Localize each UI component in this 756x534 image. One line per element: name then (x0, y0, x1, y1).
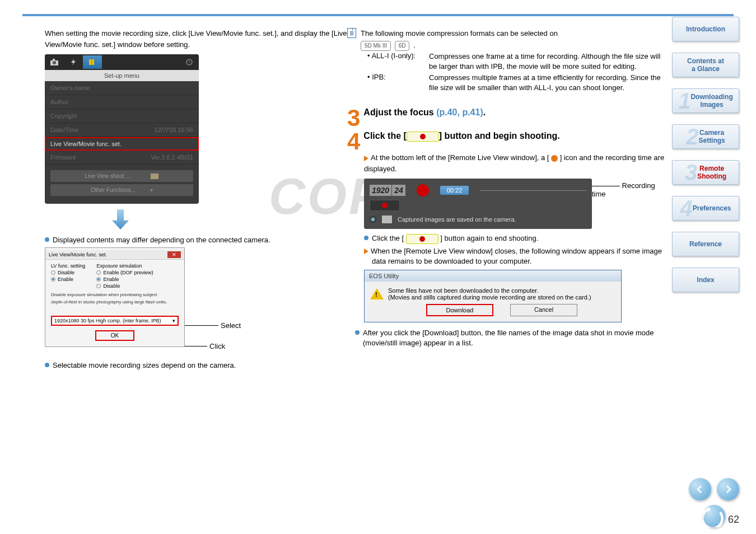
codec-row: • ALL-I (I-only):Compresses one frame at… (367, 51, 666, 72)
top-rule (22, 14, 734, 16)
sidebar-nav: IntroductionContents ata Glance1Download… (672, 17, 742, 303)
sidebar-item[interactable]: 3RemoteShooting (672, 160, 739, 185)
step4-line3: When the [Remote Live View window] close… (364, 246, 666, 266)
sidebar-item[interactable]: 1DownloadingImages (672, 88, 739, 113)
svg-marker-3 (71, 59, 76, 65)
chevron-down-icon: ▾ (172, 318, 175, 324)
enable-dof-radio: Enable (DOF preview) (103, 270, 153, 275)
model-tag-5d: 5D Mk III (361, 41, 391, 51)
back-button[interactable] (703, 505, 725, 527)
movie-icon (151, 174, 158, 179)
menu-row: FirmwareVer.3.8.2.4B(01 (45, 151, 199, 165)
arrow-right-icon (364, 249, 368, 254)
menu-tabs (45, 54, 199, 70)
click-callout: Click (209, 342, 225, 350)
radio-icon (51, 277, 55, 282)
record-dot-icon (551, 155, 558, 162)
dialog-note1: Disable exposure simulation when preview… (51, 292, 179, 297)
sidebar-item[interactable]: 4Preferences (672, 196, 739, 221)
radio-icon (96, 277, 101, 282)
movie-size-select: 1920x1080 30 fps High comp. (inter frame… (51, 316, 179, 326)
dialog-note2: depth-of-field in studio photography usi… (51, 299, 179, 305)
step-4-number: 4 (347, 131, 360, 152)
page-number: 62 (728, 514, 739, 526)
record-dot-icon (417, 184, 429, 196)
sidebar-item[interactable]: Index (672, 268, 739, 292)
radio-icon (96, 270, 101, 275)
after-download-note: After you click the [Download] button, t… (355, 328, 666, 348)
prev-page-button[interactable] (689, 478, 711, 500)
record-button-small (370, 200, 400, 211)
recording-panel: 192024 00:22 Captured images are saved o… (364, 179, 592, 229)
step-3-number: 3 (347, 107, 360, 129)
eos-msg1: Some files have not been downloaded to t… (388, 287, 615, 294)
step4-line1a: At the bottom left of the [Remote Live V… (371, 153, 549, 162)
other-functions-button: Other Functions...▾ (50, 184, 193, 196)
left-column: When setting the movie recording size, c… (45, 28, 347, 373)
next-page-button[interactable] (717, 478, 739, 500)
time-badge: 00:22 (440, 186, 469, 195)
radio-icon (96, 284, 101, 288)
selectable-note: Selectable movie recording sizes depend … (45, 360, 347, 371)
svg-rect-5 (92, 59, 94, 65)
memory-card-icon (382, 216, 392, 223)
arrow-right-icon (364, 156, 368, 161)
codec-row: • IPB:Compresses multiple frames at a ti… (367, 73, 666, 93)
sidebar-item[interactable]: Contents ata Glance (672, 53, 739, 77)
step-4-title: Click the [] button and begin shooting. (363, 131, 559, 140)
sidebar-item[interactable]: Introduction (672, 17, 739, 41)
record-button-icon (406, 234, 438, 244)
tools-tab-icon (83, 55, 102, 69)
step-3-title: Adjust the focus (p.40, p.41). (363, 107, 486, 117)
compression-intro: The following movie compression formats … (361, 29, 558, 38)
disable-radio: Disable (58, 270, 74, 275)
step4-line2: Click the [ ] button again to end shooti… (364, 233, 666, 244)
nav-circles (689, 478, 739, 500)
close-icon: ✕ (167, 251, 181, 258)
live-view-shoot-button: Live View shoot. ... (50, 170, 193, 182)
cancel-button: Cancel (510, 304, 577, 316)
lv-func-label: LV func. setting (51, 263, 85, 269)
exposure-label: Exposure simulation (96, 263, 153, 269)
ok-button: OK (95, 330, 134, 341)
capture-caption: Captured images are saved on the camera. (398, 216, 516, 223)
setup-menu-screenshot: Set-up menu Owner's nameAuthorCopyrightD… (45, 54, 199, 204)
menu-row: Owner's name (45, 81, 199, 95)
menu-row: Date/Time12/7/'09 16:56 (45, 123, 199, 137)
record-button-icon (407, 132, 439, 142)
disable-radio2: Disable (103, 283, 120, 289)
enable-radio: Enable (58, 277, 73, 282)
menu-row: Copyright (45, 109, 199, 123)
warning-icon (370, 288, 384, 299)
resolution-badge: 192024 (370, 186, 405, 195)
arrow-down-icon (112, 209, 129, 229)
sidebar-item[interactable]: 2CameraSettings (672, 124, 739, 149)
radio-icon (370, 216, 376, 223)
enable-radio2: Enable (103, 277, 119, 282)
menu-header: Set-up menu (45, 70, 199, 81)
menu-row: Author (45, 95, 199, 109)
eos-title: EOS Utility (365, 270, 621, 282)
download-button: Download (426, 304, 493, 316)
info-icon: ≣ (347, 28, 356, 38)
svg-point-2 (53, 61, 56, 64)
funcset-dialog-screenshot: Live View/Movie func. set.✕ LV func. set… (45, 247, 185, 347)
page-link[interactable]: (p.40, p.41) (436, 107, 483, 117)
clock-tab-icon (180, 55, 199, 69)
select-callout: Select (221, 321, 241, 330)
menu-row: Live View/Movie func. set. (45, 137, 199, 151)
recording-time-label: Recording time (592, 181, 655, 198)
sidebar-item[interactable]: Reference (672, 232, 739, 256)
camera-tab-icon (45, 55, 64, 69)
radio-icon (51, 270, 55, 275)
intro-text: When setting the movie recording size, c… (45, 28, 347, 50)
flash-tab-icon (64, 55, 83, 69)
model-tag-6d: 6D (395, 41, 410, 51)
dialog-title: Live View/Movie func. set. (49, 252, 107, 257)
svg-rect-4 (89, 59, 91, 65)
svg-rect-1 (53, 59, 55, 61)
displayed-note: Displayed contents may differ depending … (45, 235, 347, 245)
eos-utility-dialog: EOS Utility Some files have not been dow… (364, 270, 622, 322)
eos-msg2: (Movies and stills captured during movie… (388, 294, 615, 301)
right-column: ≣ The following movie compression format… (347, 28, 666, 350)
